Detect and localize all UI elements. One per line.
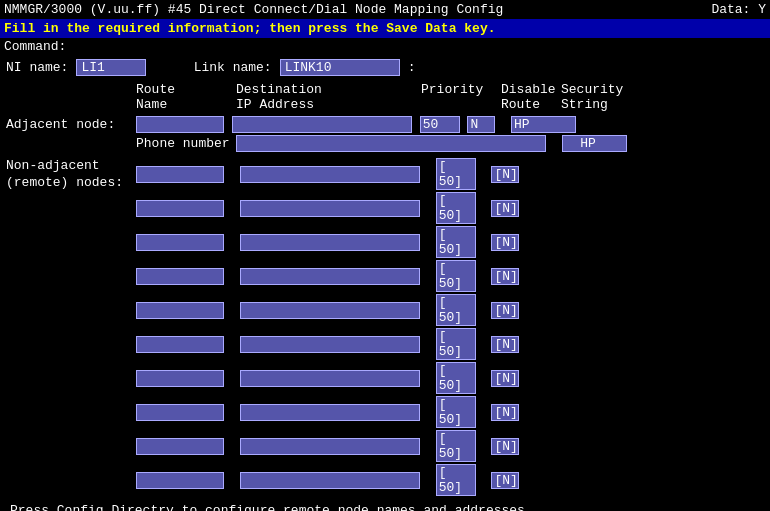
nonadj-disable-0[interactable]: [N] — [491, 166, 519, 183]
footer-text: Press Config Directry to configure remot… — [6, 500, 764, 511]
link-name-label: Link name: — [194, 60, 272, 75]
spacer2 — [6, 97, 136, 112]
header-route2: Route — [501, 97, 561, 112]
nonadj-row: [ 50] [N] — [136, 192, 519, 224]
nonadj-priority-1[interactable]: [ 50] — [436, 192, 476, 224]
info-bar: Fill in the required information; then p… — [0, 19, 770, 38]
nonadj-route-4[interactable] — [136, 302, 224, 319]
nonadj-dest-9[interactable] — [240, 472, 420, 489]
link-name-field[interactable]: LINK10 — [280, 59, 400, 76]
nonadjacent-section: Non-adjacent (remote) nodes: [ 50] [N] [… — [6, 158, 764, 496]
nonadj-dest-5[interactable] — [240, 336, 420, 353]
link-colon: : — [408, 60, 416, 75]
nonadj-priority-3[interactable]: [ 50] — [436, 260, 476, 292]
nonadj-row: [ 50] [N] — [136, 260, 519, 292]
nonadj-priority-7[interactable]: [ 50] — [436, 396, 476, 428]
nonadj-dest-8[interactable] — [240, 438, 420, 455]
nonadj-disable-8[interactable]: [N] — [491, 438, 519, 455]
nonadj-row: [ 50] [N] — [136, 158, 519, 190]
title-bar: NMMGR/3000 (V.uu.ff) #45 Direct Connect/… — [0, 0, 770, 19]
nonadj-disable-4[interactable]: [N] — [491, 302, 519, 319]
nonadjacent-rows: [ 50] [N] [ 50] [N] [ 50] [N] [ 50] [N] — [136, 158, 519, 496]
title-right: Data: Y — [711, 2, 766, 17]
header-destination: Destination — [236, 82, 421, 97]
adjacent-disable[interactable]: N — [467, 116, 495, 133]
phone-label: Phone number — [136, 136, 236, 151]
nonadj-row: [ 50] [N] — [136, 362, 519, 394]
phone-input[interactable] — [236, 135, 546, 152]
nonadj-disable-5[interactable]: [N] — [491, 336, 519, 353]
nonadj-disable-6[interactable]: [N] — [491, 370, 519, 387]
adjacent-label: Adjacent node: — [6, 117, 136, 132]
adjacent-security[interactable]: HP — [511, 116, 576, 133]
nonadj-row: [ 50] [N] — [136, 328, 519, 360]
header-name: Name — [136, 97, 236, 112]
info-text: Fill in the required information; then p… — [4, 21, 495, 36]
main-content: NI name: LI1 Link name: LINK10 : Route D… — [0, 55, 770, 511]
nonadj-dest-6[interactable] — [240, 370, 420, 387]
nonadj-priority-2[interactable]: [ 50] — [436, 226, 476, 258]
nonadj-route-8[interactable] — [136, 438, 224, 455]
nonadj-row: [ 50] [N] — [136, 430, 519, 462]
adjacent-priority[interactable]: 50 — [420, 116, 460, 133]
nonadj-route-6[interactable] — [136, 370, 224, 387]
nonadj-row: [ 50] [N] — [136, 464, 519, 496]
header-security: Security — [561, 82, 631, 97]
title-left: NMMGR/3000 (V.uu.ff) #45 Direct Connect/… — [4, 2, 503, 17]
nonadj-dest-4[interactable] — [240, 302, 420, 319]
adjacent-node-row: Adjacent node: 50 N HP — [6, 116, 764, 133]
nonadj-dest-0[interactable] — [240, 166, 420, 183]
nonadj-route-7[interactable] — [136, 404, 224, 421]
nonadj-row: [ 50] [N] — [136, 396, 519, 428]
nonadj-row: [ 50] [N] — [136, 226, 519, 258]
footer-line1: Press Config Directry to configure remot… — [10, 502, 760, 511]
nonadj-priority-4[interactable]: [ 50] — [436, 294, 476, 326]
adjacent-dest-ip[interactable] — [232, 116, 412, 133]
nonadjacent-label1: Non-adjacent — [6, 158, 136, 175]
nonadj-route-0[interactable] — [136, 166, 224, 183]
nonadj-priority-9[interactable]: [ 50] — [436, 464, 476, 496]
command-bar: Command: — [0, 38, 770, 55]
header-priority: Priority — [421, 82, 501, 97]
nonadj-route-5[interactable] — [136, 336, 224, 353]
nonadj-dest-7[interactable] — [240, 404, 420, 421]
phone-row: Phone number HP — [136, 135, 764, 152]
nonadj-priority-6[interactable]: [ 50] — [436, 362, 476, 394]
nonadjacent-label2: (remote) nodes: — [6, 175, 136, 192]
header-ip-address: IP Address — [236, 97, 421, 112]
header-string: String — [561, 97, 631, 112]
phone-security[interactable]: HP — [562, 135, 627, 152]
col-headers-row1: Route Destination Priority Disable Secur… — [6, 82, 764, 97]
nonadj-route-1[interactable] — [136, 200, 224, 217]
adjacent-route-name[interactable] — [136, 116, 224, 133]
nonadj-route-3[interactable] — [136, 268, 224, 285]
nonadj-route-9[interactable] — [136, 472, 224, 489]
nonadj-priority-8[interactable]: [ 50] — [436, 430, 476, 462]
nonadj-dest-3[interactable] — [240, 268, 420, 285]
nonadj-dest-2[interactable] — [240, 234, 420, 251]
nonadjacent-label: Non-adjacent (remote) nodes: — [6, 158, 136, 496]
ni-name-field[interactable]: LI1 — [76, 59, 146, 76]
nonadj-disable-9[interactable]: [N] — [491, 472, 519, 489]
header-route: Route — [136, 82, 236, 97]
nonadj-disable-1[interactable]: [N] — [491, 200, 519, 217]
nonadj-disable-2[interactable]: [N] — [491, 234, 519, 251]
nonadj-route-2[interactable] — [136, 234, 224, 251]
col-headers-row2: Name IP Address Route String — [6, 97, 764, 112]
nonadj-disable-3[interactable]: [N] — [491, 268, 519, 285]
spacer1 — [6, 82, 136, 97]
ni-link-row: NI name: LI1 Link name: LINK10 : — [6, 59, 764, 76]
nonadj-dest-1[interactable] — [240, 200, 420, 217]
main-screen: NMMGR/3000 (V.uu.ff) #45 Direct Connect/… — [0, 0, 770, 511]
command-label: Command: — [4, 39, 66, 54]
header-priority2 — [421, 97, 501, 112]
nonadj-row: [ 50] [N] — [136, 294, 519, 326]
header-disable: Disable — [501, 82, 561, 97]
nonadj-disable-7[interactable]: [N] — [491, 404, 519, 421]
nonadj-priority-5[interactable]: [ 50] — [436, 328, 476, 360]
nonadj-priority-0[interactable]: [ 50] — [436, 158, 476, 190]
ni-name-label: NI name: — [6, 60, 68, 75]
